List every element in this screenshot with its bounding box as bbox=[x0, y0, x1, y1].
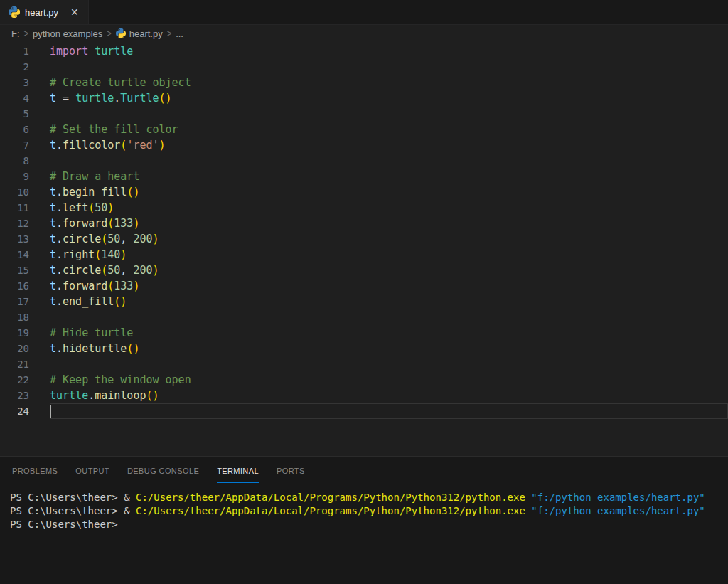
code-line[interactable]: 7t.fillcolor('red') bbox=[0, 137, 728, 153]
close-icon[interactable]: ✕ bbox=[68, 6, 81, 18]
panel-tab-problems[interactable]: PROBLEMS bbox=[12, 458, 58, 483]
chevron-right-icon: > bbox=[163, 28, 176, 39]
code-text: t.circle(50, 200) bbox=[50, 262, 728, 278]
python-icon bbox=[9, 6, 20, 18]
code-text bbox=[50, 59, 728, 75]
panel-tab-ports[interactable]: PORTS bbox=[277, 458, 305, 483]
line-number: 22 bbox=[0, 372, 29, 388]
terminal-line: PS C:\Users\theer> & C:/Users/theer/AppD… bbox=[10, 491, 728, 504]
line-number: 17 bbox=[0, 294, 29, 309]
chevron-right-icon: > bbox=[20, 28, 33, 39]
line-number: 23 bbox=[0, 388, 29, 403]
code-text: # Keep the window open bbox=[50, 372, 728, 388]
code-line[interactable]: 23turtle.mainloop() bbox=[0, 388, 728, 403]
line-number: 10 bbox=[0, 184, 29, 200]
code-line[interactable]: 8 bbox=[0, 153, 728, 169]
code-text: t.forward(133) bbox=[50, 278, 728, 294]
code-line[interactable]: 9# Draw a heart bbox=[0, 169, 728, 184]
code-line[interactable]: 15t.circle(50, 200) bbox=[0, 262, 728, 278]
line-number: 20 bbox=[0, 341, 29, 356]
code-text: t.left(50) bbox=[50, 200, 728, 216]
breadcrumb-item-folder[interactable]: python examples bbox=[33, 28, 102, 39]
code-line[interactable]: 10t.begin_fill() bbox=[0, 184, 728, 200]
breadcrumb: F: > python examples > heart.py > ... bbox=[0, 25, 728, 42]
line-number: 3 bbox=[0, 75, 29, 90]
line-number: 24 bbox=[0, 403, 29, 419]
line-number: 4 bbox=[0, 90, 29, 106]
text-cursor bbox=[50, 405, 51, 418]
editor-tab-heart-py[interactable]: heart.py ✕ bbox=[0, 0, 89, 24]
code-line[interactable]: 4t = turtle.Turtle() bbox=[0, 90, 728, 106]
line-number: 9 bbox=[0, 169, 29, 184]
breadcrumb-item-file[interactable]: heart.py bbox=[129, 28, 163, 39]
breadcrumb-item-drive[interactable]: F: bbox=[11, 28, 20, 39]
panel-tab-debug-console[interactable]: DEBUG CONSOLE bbox=[127, 458, 199, 483]
code-line[interactable]: 1import turtle bbox=[0, 43, 728, 59]
line-number: 5 bbox=[0, 106, 29, 122]
chevron-right-icon: > bbox=[102, 28, 115, 39]
panel-tab-output[interactable]: OUTPUT bbox=[75, 458, 109, 483]
tab-title: heart.py bbox=[25, 7, 58, 18]
code-text bbox=[50, 309, 728, 325]
bottom-panel: PROBLEMS OUTPUT DEBUG CONSOLE TERMINAL P… bbox=[0, 456, 728, 584]
code-text: t.forward(133) bbox=[50, 216, 728, 231]
python-icon bbox=[116, 28, 126, 38]
terminal[interactable]: PS C:\Users\theer> & C:/Users/theer/AppD… bbox=[0, 484, 728, 584]
code-line[interactable]: 3# Create turtle object bbox=[0, 75, 728, 90]
code-text: # Hide turtle bbox=[50, 325, 728, 341]
breadcrumb-item-symbols[interactable]: ... bbox=[176, 28, 183, 39]
code-line[interactable]: 17t.end_fill() bbox=[0, 294, 728, 309]
code-editor[interactable]: 1import turtle23# Create turtle object4t… bbox=[0, 42, 728, 456]
code-text: # Set the fill color bbox=[50, 122, 728, 137]
line-number: 1 bbox=[0, 43, 29, 59]
line-number: 14 bbox=[0, 247, 29, 262]
code-text bbox=[50, 153, 728, 169]
code-line[interactable]: 12t.forward(133) bbox=[0, 216, 728, 231]
code-text bbox=[50, 356, 728, 372]
code-line[interactable]: 5 bbox=[0, 106, 728, 122]
line-number: 15 bbox=[0, 262, 29, 278]
terminal-line: PS C:\Users\theer> & C:/Users/theer/AppD… bbox=[10, 504, 728, 518]
code-line[interactable]: 24 bbox=[0, 403, 728, 419]
code-text: t.right(140) bbox=[50, 247, 728, 262]
line-number: 11 bbox=[0, 200, 29, 216]
vscode-window: heart.py ✕ F: > python examples > heart.… bbox=[0, 0, 728, 584]
line-number: 8 bbox=[0, 153, 29, 169]
code-lines: 1import turtle23# Create turtle object4t… bbox=[0, 43, 728, 419]
code-text: # Create turtle object bbox=[50, 75, 728, 90]
code-line[interactable]: 20t.hideturtle() bbox=[0, 341, 728, 356]
code-text: t.circle(50, 200) bbox=[50, 231, 728, 247]
code-line[interactable]: 16t.forward(133) bbox=[0, 278, 728, 294]
code-line[interactable]: 2 bbox=[0, 59, 728, 75]
code-text: import turtle bbox=[50, 43, 728, 59]
code-line[interactable]: 13t.circle(50, 200) bbox=[0, 231, 728, 247]
line-number: 16 bbox=[0, 278, 29, 294]
line-number: 12 bbox=[0, 216, 29, 231]
line-number: 18 bbox=[0, 309, 29, 325]
line-number: 19 bbox=[0, 325, 29, 341]
code-text: turtle.mainloop() bbox=[50, 388, 728, 403]
terminal-line: PS C:\Users\theer> bbox=[10, 518, 728, 531]
code-text bbox=[50, 403, 728, 419]
code-text: t.hideturtle() bbox=[50, 341, 728, 356]
line-number: 2 bbox=[0, 59, 29, 75]
code-text: t.begin_fill() bbox=[50, 184, 728, 200]
panel-tab-terminal[interactable]: TERMINAL bbox=[217, 458, 259, 483]
code-line[interactable]: 6# Set the fill color bbox=[0, 122, 728, 137]
code-line[interactable]: 11t.left(50) bbox=[0, 200, 728, 216]
panel-tab-bar: PROBLEMS OUTPUT DEBUG CONSOLE TERMINAL P… bbox=[0, 457, 728, 484]
code-text: # Draw a heart bbox=[50, 169, 728, 184]
editor-tab-bar: heart.py ✕ bbox=[0, 0, 728, 25]
code-text bbox=[50, 106, 728, 122]
line-number: 13 bbox=[0, 231, 29, 247]
line-number: 7 bbox=[0, 137, 29, 153]
code-line[interactable]: 14t.right(140) bbox=[0, 247, 728, 262]
code-text: t.end_fill() bbox=[50, 294, 728, 309]
code-line[interactable]: 19# Hide turtle bbox=[0, 325, 728, 341]
code-line[interactable]: 18 bbox=[0, 309, 728, 325]
code-text: t.fillcolor('red') bbox=[50, 137, 728, 153]
line-number: 21 bbox=[0, 356, 29, 372]
line-number: 6 bbox=[0, 122, 29, 137]
code-line[interactable]: 22# Keep the window open bbox=[0, 372, 728, 388]
code-line[interactable]: 21 bbox=[0, 356, 728, 372]
